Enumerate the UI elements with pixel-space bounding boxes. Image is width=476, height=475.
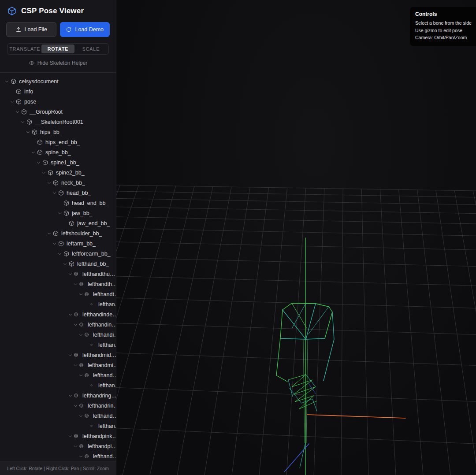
tree-item-label: neck_bb_ <box>61 180 85 186</box>
tree-item[interactable]: lefthandrin… <box>0 401 116 411</box>
chevron-down-icon[interactable] <box>67 312 74 317</box>
chevron-down-icon[interactable] <box>72 363 79 368</box>
chevron-down-icon[interactable] <box>51 241 58 246</box>
chevron-down-icon[interactable] <box>78 373 84 378</box>
tree-item-label: head_end_bb_ <box>72 200 108 206</box>
tree-item[interactable]: info <box>0 86 116 96</box>
tree-item[interactable]: spine2_bb_ <box>0 167 116 178</box>
dot-icon <box>89 301 96 308</box>
tree-item[interactable]: leftarm_bb_ <box>0 238 116 249</box>
tree-item[interactable]: lefthand… <box>0 370 116 380</box>
tree-item[interactable]: hips_end_bb_ <box>0 137 116 147</box>
tree-item[interactable]: lefthan… <box>0 340 116 350</box>
tree-item[interactable]: lefthandt… <box>0 289 116 299</box>
load-file-button[interactable]: Load File <box>6 22 56 37</box>
chevron-down-icon[interactable] <box>51 190 58 196</box>
viewport-3d[interactable]: Controls Select a bone from the sideUse … <box>116 0 476 475</box>
chevron-down-icon[interactable] <box>72 444 79 449</box>
chevron-down-icon[interactable] <box>72 322 79 327</box>
chevron-down-icon[interactable] <box>62 261 68 267</box>
tree-item-label: jaw_end_bb_ <box>77 220 110 226</box>
tree-item-label: hips_end_bb_ <box>45 139 80 145</box>
tree-item[interactable]: neck_bb_ <box>0 178 116 188</box>
chevron-down-icon[interactable] <box>56 251 63 256</box>
chevron-down-icon[interactable] <box>72 282 79 287</box>
mode-tab-scale[interactable]: SCALE <box>74 45 108 53</box>
tree-item[interactable]: lefthandi… <box>0 330 116 340</box>
chevron-down-icon[interactable] <box>78 292 84 297</box>
tree-item-label: lefthand… <box>93 413 116 419</box>
tree-item[interactable]: __SkeletonRoot001 <box>0 117 116 127</box>
tree-item[interactable]: head_end_bb_ <box>0 198 116 208</box>
tree-item[interactable]: lefthan… <box>0 380 116 390</box>
chevron-down-icon[interactable] <box>9 99 15 104</box>
sidebar: CSP Pose Viewer Load File Load Demo TRAN… <box>0 0 116 475</box>
tree-item-label: lefthandpi… <box>88 443 116 449</box>
chevron-down-icon[interactable] <box>14 109 21 115</box>
load-demo-button[interactable]: Load Demo <box>60 22 110 37</box>
tree-item-label: __GroupRoot <box>30 109 63 115</box>
chevron-down-icon[interactable] <box>78 454 84 459</box>
mode-tab-rotate[interactable]: ROTATE <box>41 45 74 53</box>
tree-item[interactable]: lefthan… <box>0 421 116 431</box>
tree-item[interactable]: lefthand_bb_ <box>0 259 116 269</box>
tree-item[interactable]: lefthandmid… <box>0 350 116 360</box>
tree-item[interactable]: celsysdocument <box>0 76 116 86</box>
chevron-down-icon[interactable] <box>25 130 31 135</box>
box-icon <box>10 78 17 85</box>
sphere-icon <box>84 332 91 338</box>
tree-item[interactable]: jaw_end_bb_ <box>0 218 116 228</box>
tree-item[interactable]: jaw_bb_ <box>0 208 116 218</box>
chevron-down-icon[interactable] <box>67 434 74 439</box>
tree-item[interactable]: spine_bb_ <box>0 147 116 157</box>
chevron-down-icon[interactable] <box>56 211 63 216</box>
tree-item[interactable]: spine1_bb_ <box>0 157 116 167</box>
chevron-down-icon[interactable] <box>78 332 84 338</box>
tree-item[interactable]: lefthandpi… <box>0 441 116 451</box>
controls-title: Controls <box>415 11 476 17</box>
skeleton-wireframe[interactable] <box>276 238 405 475</box>
box-icon <box>58 241 64 247</box>
app-title: CSP Pose Viewer <box>21 7 84 15</box>
tree-item[interactable]: __GroupRoot <box>0 107 116 117</box>
chevron-down-icon[interactable] <box>35 160 42 165</box>
chevron-down-icon[interactable] <box>46 231 52 236</box>
chevron-down-icon[interactable] <box>67 271 74 277</box>
chevron-down-icon[interactable] <box>30 150 37 155</box>
tree-item[interactable]: lefthandin… <box>0 319 116 330</box>
tree-item[interactable]: lefthandth… <box>0 279 116 289</box>
box-icon <box>15 89 22 95</box>
chevron-spacer <box>83 302 89 307</box>
mode-tab-translate[interactable]: TRANSLATE <box>8 45 41 53</box>
chevron-down-icon[interactable] <box>78 413 84 419</box>
tree-item[interactable]: lefthand… <box>0 451 116 461</box>
tree-item[interactable]: head_bb_ <box>0 188 116 198</box>
box-icon <box>52 230 59 237</box>
chevron-down-icon[interactable] <box>67 353 74 358</box>
tree-item[interactable]: leftforearm_bb_ <box>0 249 116 259</box>
hide-skeleton-helper-toggle[interactable]: Hide Skeleton Helper <box>0 57 116 69</box>
tree-item[interactable]: lefthandring… <box>0 390 116 401</box>
box-icon <box>63 251 70 257</box>
tree-item[interactable]: lefthandpink… <box>0 431 116 441</box>
tree-item-label: lefthandrin… <box>88 403 116 409</box>
controls-line: Select a bone from the side <box>415 19 476 27</box>
chevron-down-icon[interactable] <box>4 79 10 84</box>
chevron-down-icon[interactable] <box>46 180 52 186</box>
box-icon <box>37 149 43 156</box>
tree-item[interactable]: hips_bb_ <box>0 127 116 137</box>
tree-item-label: lefthan… <box>98 382 116 389</box>
tree-item[interactable]: lefthandinde… <box>0 309 116 319</box>
tree-item[interactable]: lefthandmi… <box>0 360 116 370</box>
tree-item[interactable]: lefthand… <box>0 411 116 421</box>
tree-item[interactable]: lefthan… <box>0 299 116 309</box>
tree-item-label: celsysdocument <box>19 78 59 85</box>
chevron-down-icon[interactable] <box>41 170 47 175</box>
chevron-down-icon[interactable] <box>19 119 26 125</box>
chevron-down-icon[interactable] <box>67 393 74 398</box>
tree-item[interactable]: pose <box>0 96 116 107</box>
sphere-icon <box>74 352 80 358</box>
tree-item[interactable]: lefthandthu… <box>0 269 116 279</box>
tree-item[interactable]: leftshoulder_bb_ <box>0 228 116 238</box>
chevron-down-icon[interactable] <box>72 403 79 408</box>
